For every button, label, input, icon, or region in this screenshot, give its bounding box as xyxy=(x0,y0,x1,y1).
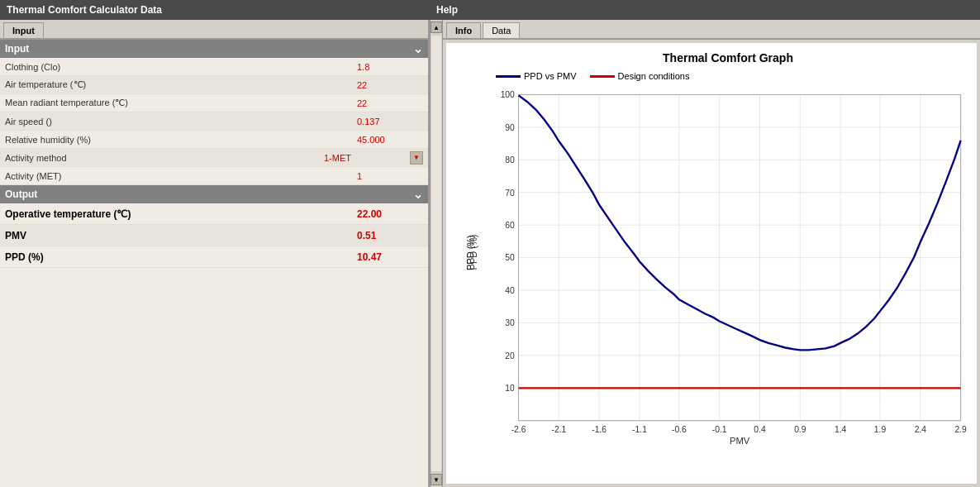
svg-text:100: 100 xyxy=(501,90,515,99)
svg-text:60: 60 xyxy=(505,221,515,230)
chart-container: PPD (%) 10 20 30 40 50 xyxy=(488,84,968,446)
app-title: Thermal Comfort Calculator Data xyxy=(0,0,430,20)
scroll-down-button[interactable]: ▼ xyxy=(431,474,442,485)
tab-data[interactable]: Data xyxy=(483,22,520,38)
operative-temp-value: 22.00 xyxy=(357,208,423,220)
help-title: Help xyxy=(430,0,980,20)
clothing-value[interactable]: 1.8 xyxy=(357,62,423,72)
svg-text:1.9: 1.9 xyxy=(874,425,887,434)
tab-input[interactable]: Input xyxy=(3,22,44,38)
operative-temp-label: Operative temperature (℃) xyxy=(5,208,357,220)
svg-text:0.9: 0.9 xyxy=(794,425,806,434)
input-section-header: Input ⌄ xyxy=(0,40,428,58)
svg-text:90: 90 xyxy=(505,123,515,132)
graph-title: Thermal Comfort Graph xyxy=(488,51,968,64)
air-speed-value[interactable]: 0.137 xyxy=(357,117,423,127)
output-row-pmv: PMV 0.51 xyxy=(0,225,428,246)
svg-text:-2.6: -2.6 xyxy=(511,425,526,434)
tab-info[interactable]: Info xyxy=(446,22,481,38)
clothing-label: Clothing (Clo) xyxy=(5,62,357,72)
svg-text:-0.1: -0.1 xyxy=(712,425,727,434)
graph-area: Thermal Comfort Graph PPD vs PMV Design … xyxy=(446,43,977,484)
right-panel: Info Data Thermal Comfort Graph PPD vs P… xyxy=(443,20,980,487)
input-row-activity-met: Activity (MET) 1 xyxy=(0,167,428,185)
air-temp-label: Air temperature (℃) xyxy=(5,79,357,90)
ppd-value: 10.47 xyxy=(357,251,423,263)
pmv-value: 0.51 xyxy=(357,230,423,241)
svg-text:-2.1: -2.1 xyxy=(551,425,566,434)
input-fields: Clothing (Clo) 1.8 Air temperature (℃) 2… xyxy=(0,58,428,185)
humidity-value[interactable]: 45.000 xyxy=(357,135,423,145)
help-title-text: Help xyxy=(436,4,458,16)
input-row-clothing: Clothing (Clo) 1.8 xyxy=(0,58,428,76)
app-title-text: Thermal Comfort Calculator Data xyxy=(7,4,162,16)
input-row-mrt: Mean radiant temperature (℃) 22 xyxy=(0,94,428,112)
left-panel: Input Input ⌄ Clothing (Clo) 1.8 Air tem… xyxy=(0,20,430,487)
activity-met-value[interactable]: 1 xyxy=(357,171,423,181)
svg-text:20: 20 xyxy=(505,351,515,360)
output-row-operative-temp: Operative temperature (℃) 22.00 xyxy=(0,203,428,225)
scroll-up-button[interactable]: ▲ xyxy=(431,21,442,33)
y-axis-label-text: PPD (%) xyxy=(469,235,478,270)
input-row-humidity: Relative humidity (%) 45.000 xyxy=(0,131,428,149)
dropdown-arrow-icon[interactable]: ▼ xyxy=(410,151,423,165)
mrt-value[interactable]: 22 xyxy=(357,98,423,108)
svg-text:1.4: 1.4 xyxy=(835,425,847,434)
legend-ppd-vs-pmv: PPD vs PMV xyxy=(496,71,577,81)
output-section-header: Output ⌄ xyxy=(0,185,428,203)
input-row-air-temp: Air temperature (℃) 22 xyxy=(0,76,428,94)
svg-text:-0.6: -0.6 xyxy=(672,425,687,434)
svg-text:-1.1: -1.1 xyxy=(632,425,647,434)
air-temp-value[interactable]: 22 xyxy=(357,80,423,90)
activity-method-label: Activity method xyxy=(5,153,324,163)
legend-design-line xyxy=(590,75,615,78)
ppd-label: PPD (%) xyxy=(5,251,357,263)
svg-text:PMV: PMV xyxy=(730,436,750,446)
svg-text:30: 30 xyxy=(505,318,515,327)
input-row-air-speed: Air speed () 0.137 xyxy=(0,112,428,131)
pmv-label: PMV xyxy=(5,230,357,241)
svg-text:40: 40 xyxy=(505,286,515,295)
activity-met-label: Activity (MET) xyxy=(5,171,357,181)
right-tab-bar: Info Data xyxy=(443,20,980,40)
svg-text:10: 10 xyxy=(505,384,515,393)
graph-legend: PPD vs PMV Design conditions xyxy=(496,71,968,81)
activity-method-select[interactable]: 1-MET ▼ xyxy=(324,151,423,165)
svg-text:50: 50 xyxy=(505,253,515,262)
svg-text:0.4: 0.4 xyxy=(754,425,766,434)
chart-svg: 10 20 30 40 50 60 70 80 90 xyxy=(488,84,968,446)
legend-design-conditions: Design conditions xyxy=(590,71,690,81)
legend-ppd-line xyxy=(496,75,521,78)
output-fields: Operative temperature (℃) 22.00 PMV 0.51… xyxy=(0,203,428,487)
output-row-ppd: PPD (%) 10.47 xyxy=(0,246,428,268)
humidity-label: Relative humidity (%) xyxy=(5,135,357,145)
scroll-track xyxy=(431,35,442,472)
vertical-scrollbar[interactable]: ▲ ▼ xyxy=(430,20,443,487)
svg-text:2.9: 2.9 xyxy=(954,425,967,434)
svg-text:80: 80 xyxy=(505,155,515,165)
svg-text:-1.6: -1.6 xyxy=(592,425,607,434)
air-speed-label: Air speed () xyxy=(5,117,357,127)
svg-text:2.4: 2.4 xyxy=(915,425,927,434)
svg-text:70: 70 xyxy=(505,189,515,198)
mrt-label: Mean radiant temperature (℃) xyxy=(5,98,357,108)
input-row-activity-method: Activity method 1-MET ▼ xyxy=(0,149,428,167)
left-tab-bar: Input xyxy=(0,20,428,40)
